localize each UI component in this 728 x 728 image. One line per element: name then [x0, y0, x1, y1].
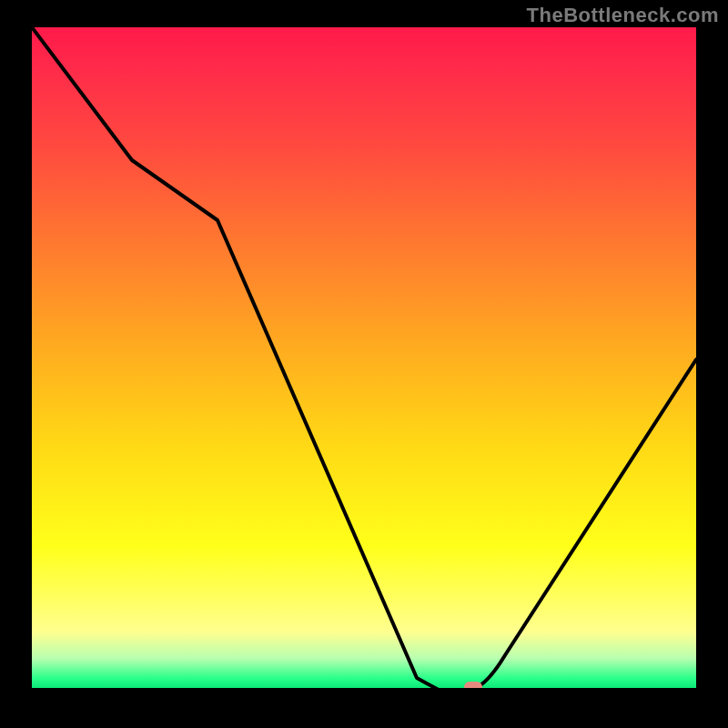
curve-layer — [32, 27, 696, 692]
bottleneck-curve-path — [32, 27, 696, 692]
watermark-text: TheBottleneck.com — [527, 4, 719, 27]
x-axis-baseline — [32, 688, 696, 692]
chart-frame: TheBottleneck.com — [0, 0, 728, 728]
plot-area — [32, 27, 696, 692]
